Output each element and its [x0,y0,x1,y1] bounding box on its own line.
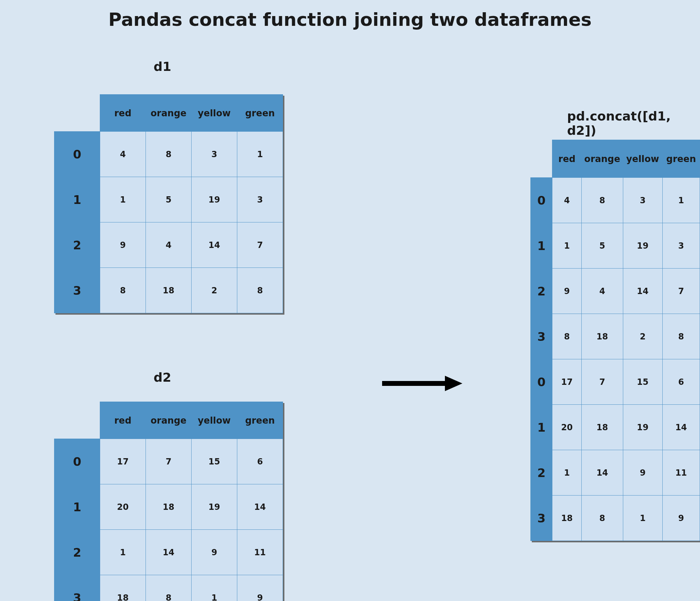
row-header: 0 [54,439,100,484]
cell: 9 [192,530,237,575]
row-header: 2 [531,269,552,314]
cell: 18 [146,484,192,530]
row-header: 3 [54,268,100,313]
cell: 7 [237,222,283,268]
row-header: 2 [54,222,100,268]
col-header: orange [582,140,623,178]
cell: 18 [552,496,582,541]
cell: 9 [552,269,582,314]
cell: 1 [192,575,237,601]
col-header: red [552,140,582,178]
cell: 3 [192,132,237,177]
cell: 4 [100,132,146,177]
col-header: red [100,402,146,439]
cell: 8 [662,314,700,359]
cell: 19 [192,484,237,530]
table-d1: red orange yellow green 0 4 8 3 1 1 1 5 … [54,94,283,313]
cell: 8 [582,496,623,541]
cell: 8 [582,178,623,223]
cell: 11 [237,530,283,575]
cell: 7 [582,359,623,405]
cell: 14 [662,405,700,450]
cell: 4 [146,222,192,268]
cell: 7 [146,439,192,484]
table-result: red orange yellow green 0 4 8 3 1 1 1 5 … [530,140,700,541]
row-header: 2 [54,530,100,575]
cell: 9 [623,450,662,496]
cell: 8 [100,268,146,313]
cell: 1 [552,223,582,269]
col-header: yellow [623,140,662,178]
cell: 3 [237,177,283,222]
cell: 8 [237,268,283,313]
cell: 19 [623,405,662,450]
cell: 1 [662,178,700,223]
diagram-canvas: Pandas concat function joining two dataf… [0,0,700,601]
row-header: 1 [531,223,552,269]
row-header: 3 [531,314,552,359]
cell: 14 [582,450,623,496]
arrow-right-icon [382,376,462,390]
table-d2: red orange yellow green 0 17 7 15 6 1 20… [54,402,283,601]
corner-cell [531,140,552,178]
cell: 9 [662,496,700,541]
cell: 18 [582,405,623,450]
cell: 17 [552,359,582,405]
page-title: Pandas concat function joining two dataf… [0,9,700,30]
cell: 18 [100,575,146,601]
cell: 1 [100,530,146,575]
cell: 8 [552,314,582,359]
cell: 18 [582,314,623,359]
cell: 14 [237,484,283,530]
cell: 1 [623,496,662,541]
row-header: 3 [531,496,552,541]
cell: 1 [552,450,582,496]
col-header: orange [146,402,192,439]
col-header: red [100,95,146,132]
cell: 14 [623,269,662,314]
cell: 8 [146,132,192,177]
cell: 18 [146,268,192,313]
cell: 14 [146,530,192,575]
cell: 20 [552,405,582,450]
cell: 2 [192,268,237,313]
cell: 7 [662,269,700,314]
cell: 20 [100,484,146,530]
col-header: orange [146,95,192,132]
cell: 1 [237,132,283,177]
cell: 11 [662,450,700,496]
row-header: 1 [54,484,100,530]
col-header: yellow [192,95,237,132]
col-header: green [662,140,700,178]
cell: 3 [623,178,662,223]
cell: 17 [100,439,146,484]
col-header: yellow [192,402,237,439]
cell: 19 [192,177,237,222]
corner-cell [54,95,100,132]
cell: 3 [662,223,700,269]
cell: 4 [582,269,623,314]
cell: 8 [146,575,192,601]
cell: 9 [237,575,283,601]
cell: 19 [623,223,662,269]
row-header: 1 [54,177,100,222]
row-header: 0 [54,132,100,177]
cell: 5 [582,223,623,269]
col-header: green [237,402,283,439]
cell: 14 [192,222,237,268]
row-header: 0 [531,359,552,405]
cell: 4 [552,178,582,223]
cell: 5 [146,177,192,222]
cell: 15 [623,359,662,405]
label-result: pd.concat([d1, d2]) [567,109,700,138]
cell: 6 [662,359,700,405]
label-d2: d2 [154,370,171,384]
cell: 6 [237,439,283,484]
cell: 1 [100,177,146,222]
cell: 15 [192,439,237,484]
row-header: 2 [531,450,552,496]
label-d1: d1 [154,59,171,74]
cell: 9 [100,222,146,268]
row-header: 3 [54,575,100,601]
col-header: green [237,95,283,132]
